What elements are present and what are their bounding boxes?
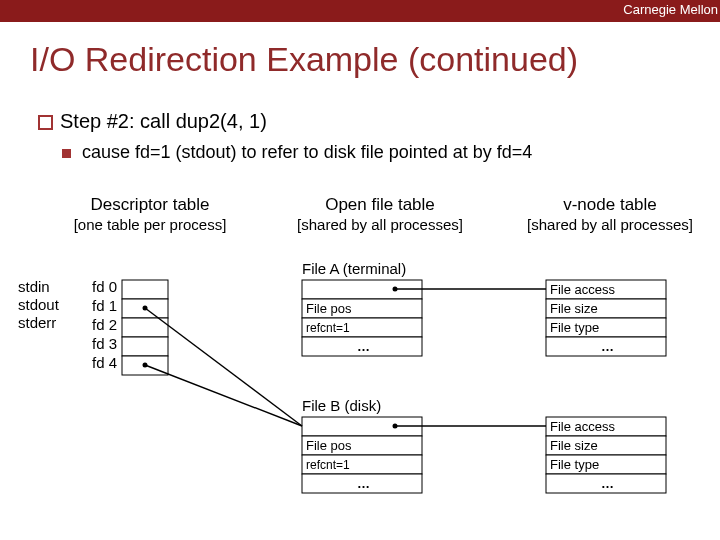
oft-a-row3: refcnt=1	[306, 321, 350, 335]
oft-b-row3: refcnt=1	[306, 458, 350, 472]
vnode-b-r3: File type	[550, 457, 599, 472]
vnode-a-r4: …	[601, 339, 614, 354]
vnode-b: File access File size File type …	[546, 417, 666, 493]
vnode-a-r1: File access	[550, 282, 616, 297]
vnode-a: File access File size File type …	[546, 280, 666, 356]
oft-file-a: File pos refcnt=1 …	[302, 280, 422, 356]
oft-file-b: File pos refcnt=1 …	[302, 417, 422, 493]
edge-fd4-to-fileB	[145, 365, 302, 426]
svg-rect-3	[122, 337, 168, 356]
oft-b-row4: …	[357, 476, 370, 491]
vnode-b-r1: File access	[550, 419, 616, 434]
edge-fd1-to-fileB	[145, 308, 302, 426]
descriptor-table	[122, 280, 168, 375]
vnode-a-r3: File type	[550, 320, 599, 335]
vnode-b-r2: File size	[550, 438, 598, 453]
oft-a-row4: …	[357, 339, 370, 354]
oft-a-row2: File pos	[306, 301, 352, 316]
diagram-svg: .box{fill:#fff;stroke:#000;stroke-width:…	[0, 0, 720, 540]
vnode-a-r2: File size	[550, 301, 598, 316]
oft-b-row2: File pos	[306, 438, 352, 453]
svg-rect-0	[122, 280, 168, 299]
vnode-b-r4: …	[601, 476, 614, 491]
